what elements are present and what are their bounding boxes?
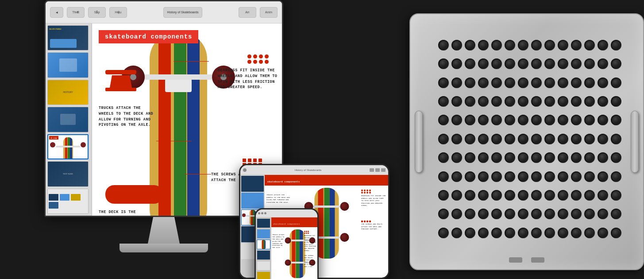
bearing-dot: [259, 54, 263, 58]
phone-thumb-5[interactable]: [257, 261, 270, 271]
tablet-ctrl-1[interactable]: [370, 168, 374, 172]
mac-pro-hole: [584, 78, 595, 88]
bearing-dot: [265, 54, 269, 58]
mac-pro-hole: [451, 152, 462, 163]
mac-pro-hole: [558, 152, 568, 163]
phone-wheel-tl: [285, 237, 291, 244]
phone-bearings-label: BEARINGS FIT INSIDE THE WHEELS AND ALLOW…: [304, 235, 316, 252]
presentation-title: History of Skateboards: [163, 7, 203, 18]
toolbar-arrange-btn[interactable]: Arr: [239, 7, 256, 18]
phone-screen: skateboard components TRUCKS ATTACH THE …: [256, 209, 317, 279]
mac-pro-hole: [558, 190, 568, 201]
slide-thumb-3[interactable]: HISTORY: [47, 80, 89, 105]
bearings-row-2: [247, 60, 269, 64]
mac-pro-hole: [571, 134, 582, 144]
slide-thumb-1[interactable]: SKATE PARKS: [47, 25, 89, 50]
mac-pro-hole: [544, 58, 555, 69]
mac-pro-hole: [531, 134, 542, 144]
toolbar-animate-btn[interactable]: Anim: [260, 7, 278, 18]
toolbar-format-btn[interactable]: ◀: [50, 7, 63, 18]
mac-pro-hole: [544, 152, 555, 163]
phone-thumb-4[interactable]: [257, 250, 270, 260]
phone-dot-b: [304, 232, 305, 234]
mac-pro-hole: [611, 171, 621, 182]
mac-pro-hole: [451, 96, 462, 107]
mac-pro-hole: [505, 190, 515, 201]
screw: [248, 159, 251, 162]
phone-dots-row-1: [304, 231, 316, 232]
phone-thumb-1[interactable]: [257, 218, 270, 228]
toolbar-btn-1[interactable]: Thiết: [67, 7, 85, 18]
mac-pro-hole: [451, 209, 462, 219]
mac-pro-hole: [451, 78, 462, 88]
mac-pro-tower: [409, 13, 644, 270]
mac-pro-hole: [611, 40, 621, 50]
screws-row-1: [243, 159, 262, 162]
mac-pro-hole: [438, 190, 449, 201]
phone-dot-b: [306, 231, 307, 232]
phone-slide-panel: [256, 217, 271, 279]
mac-pro-hole: [531, 209, 542, 219]
mac-pro-hole: [531, 58, 542, 69]
tablet-thumb-2[interactable]: [241, 193, 264, 209]
mac-pro-hole: [465, 228, 475, 238]
mac-pro-hole: [571, 171, 582, 182]
tablet-ctrl-2[interactable]: [375, 168, 380, 172]
tablet-thumb-1[interactable]: [241, 176, 264, 192]
bearing-dot: [247, 60, 251, 64]
mac-pro-hole: [478, 152, 489, 163]
mac-pro-hole: [505, 40, 515, 50]
mac-pro-hole: [571, 209, 582, 219]
bearing-dot: [247, 54, 251, 58]
tablet-trucks-label: TRUCKS ATTACH THE WHEELS TO THE DECK AND…: [266, 194, 292, 204]
mac-pro-hole: [584, 228, 595, 238]
mac-pro-hole: [531, 96, 542, 107]
handle-bar-left: [415, 111, 423, 173]
mac-pro-hole: [465, 190, 475, 201]
phone-thumb-active[interactable]: [257, 240, 270, 249]
slide-thumb-6[interactable]: TEXT SLIDE: [47, 161, 89, 186]
mac-pro-hole: [598, 228, 608, 238]
mac-pro-hole: [531, 115, 542, 125]
mac-pro-hole: [598, 190, 608, 201]
phone-bearings-dots: [304, 231, 316, 234]
slide-thumb-4[interactable]: [47, 107, 89, 132]
mac-pro-hole: [584, 134, 595, 144]
mac-pro-hole: [531, 78, 542, 88]
mac-pro-hole: [544, 40, 555, 50]
phone-screws-label: THE SCREWS AND BOLTS ATTACH THE DECK IN …: [304, 255, 316, 267]
mac-pro-hole: [491, 78, 502, 88]
truck-icon: [105, 70, 136, 91]
phone-thumb-6[interactable]: [257, 271, 270, 279]
handle-bar-right: [631, 111, 639, 173]
toolbar-btn-3[interactable]: Hiệu: [109, 7, 127, 18]
tablet-home-btn[interactable]: [243, 168, 247, 172]
mac-pro-hole: [478, 134, 489, 144]
tablet-screws-label: THE SCREWS AND BOLTS ATTACH THE DECK AND…: [361, 223, 386, 231]
slide-thumb-2[interactable]: [47, 52, 89, 78]
mac-pro-hole: [558, 58, 568, 69]
phone-trucks-label: TRUCKS ATTACH THE WHEELS TO THE DECK AND…: [272, 234, 285, 249]
deck-stripe-green: [174, 32, 186, 216]
tablet-truck-top: [305, 205, 347, 208]
slide-thumb-7[interactable]: [47, 189, 89, 214]
tablet-ctrl-3[interactable]: [381, 168, 386, 172]
tablet-stripe-g: [324, 188, 329, 259]
phone-dot-2: [261, 212, 263, 214]
slide-thumb-5[interactable]: sk comp: [47, 134, 89, 160]
mac-pro-hole: [438, 134, 449, 144]
phone-dot-3: [264, 212, 266, 214]
mac-pro-hole: [558, 171, 568, 182]
mac-pro-hole: [505, 228, 515, 238]
mac-pro-hole: [611, 228, 621, 238]
toolbar-btn-2[interactable]: Sắp: [88, 7, 106, 18]
mac-pro-hole: [611, 134, 621, 144]
phone-dot-1: [258, 212, 260, 214]
phone-thumb-2[interactable]: [257, 229, 270, 239]
mac-pro-hole: [478, 78, 489, 88]
mac-pro-handle-left: [415, 111, 423, 173]
mac-pro-hole: [478, 209, 489, 219]
mac-pro-hole: [558, 209, 568, 219]
mac-pro-hole: [491, 209, 502, 219]
mac-pro-hole: [571, 96, 582, 107]
